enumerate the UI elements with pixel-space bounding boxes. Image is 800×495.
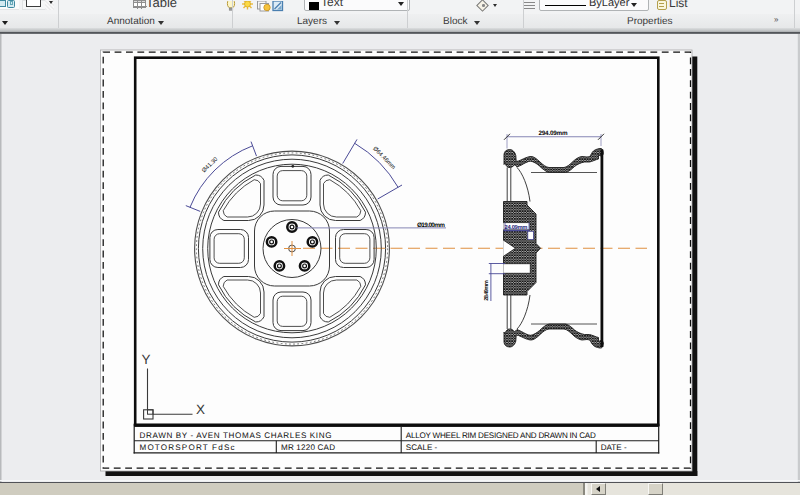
svg-text:Y: Y xyxy=(142,351,151,366)
svg-text:SCALE -: SCALE - xyxy=(406,443,438,452)
svg-text:MR 1220 CAD: MR 1220 CAD xyxy=(281,443,335,452)
svg-text:DATE -: DATE - xyxy=(601,443,627,452)
svg-text:DRAWN BY - AVEN THOMAS CHARLES: DRAWN BY - AVEN THOMAS CHARLES KING xyxy=(140,430,332,439)
svg-text:ALLOY WHEEL RIM DESIGNED AND D: ALLOY WHEEL RIM DESIGNED AND DRAWN IN CA… xyxy=(406,430,596,439)
svg-text:294.09mm: 294.09mm xyxy=(539,130,568,137)
svg-text:28.49mm: 28.49mm xyxy=(484,280,490,301)
svg-text:Ø19.00mm: Ø19.00mm xyxy=(417,221,445,228)
svg-text:X: X xyxy=(196,401,205,416)
svg-text:24.09mm: 24.09mm xyxy=(505,224,528,231)
